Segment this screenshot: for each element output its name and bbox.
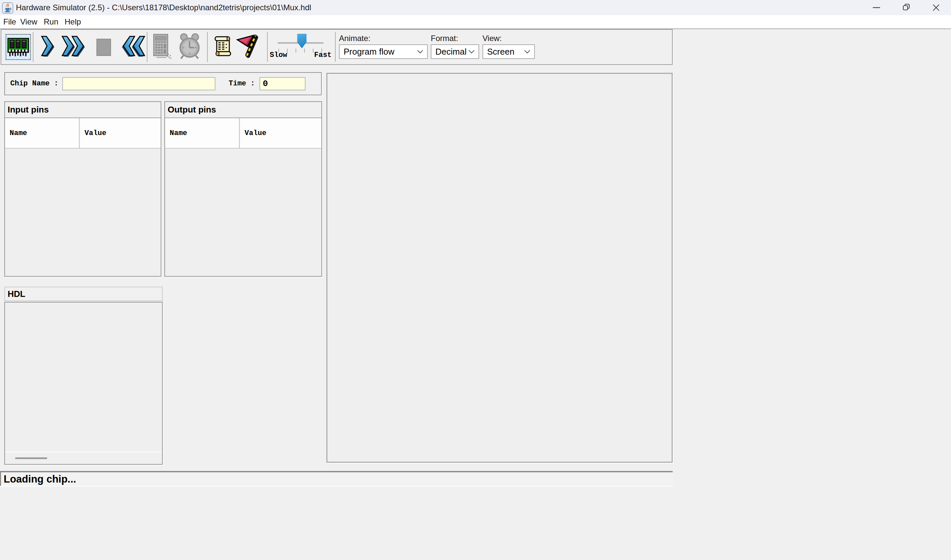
rewind-arrows-icon <box>120 35 147 58</box>
alarm-clock-icon <box>178 32 201 60</box>
menu-view[interactable]: View <box>20 15 37 28</box>
time-value-field: 0 <box>259 77 306 90</box>
run-button[interactable] <box>60 35 86 58</box>
slider-tick <box>313 49 313 52</box>
column-header-name: Name <box>5 118 80 148</box>
minimize-button[interactable] <box>861 0 891 15</box>
calculator-icon <box>153 34 171 60</box>
toolbar-separator <box>335 32 336 62</box>
hdl-scrollbar-track <box>5 452 162 452</box>
column-header-value: Value <box>240 118 321 148</box>
view-label: View: <box>482 34 502 43</box>
hdl-view <box>4 302 163 465</box>
slider-tick <box>296 49 296 52</box>
output-pins-table-header: Name Value <box>165 118 321 149</box>
clock-button[interactable] <box>178 32 201 60</box>
output-pins-table-body <box>165 149 321 276</box>
toolbar-separator <box>267 32 268 62</box>
breakpoint-flag-icon <box>235 34 259 58</box>
script-scroll-icon <box>214 36 233 57</box>
input-pins-table-header: Name Value <box>5 118 161 149</box>
screen-view-panel <box>326 73 673 463</box>
output-pins-title: Output pins <box>165 102 321 118</box>
step-arrow-icon <box>40 35 55 58</box>
chip-name-input[interactable] <box>62 77 215 90</box>
chevron-down-icon <box>468 49 475 54</box>
hardware-simulator-window: Hardware Simulator (2.5) - C:\Users\1817… <box>0 0 951 560</box>
calculator-button[interactable] <box>153 34 171 60</box>
animate-select[interactable]: Program flow <box>339 45 428 59</box>
chevron-down-icon <box>523 49 531 54</box>
toolbar-separator <box>147 32 147 62</box>
hdl-scrollbar-thumb[interactable] <box>15 457 47 459</box>
hdl-panel-title: HDL <box>4 287 163 301</box>
chip-name-label: Chip Name : <box>10 73 58 95</box>
input-pins-table-body <box>5 149 161 276</box>
memory-chip-icon <box>7 36 29 58</box>
menu-file[interactable]: File <box>3 15 16 28</box>
format-value: Decimal <box>435 47 468 57</box>
close-button[interactable] <box>921 0 951 15</box>
menu-help[interactable]: Help <box>65 15 81 28</box>
animate-value: Program flow <box>344 47 417 57</box>
slider-fast-label: Fast <box>314 51 332 59</box>
reset-button[interactable] <box>120 35 147 58</box>
status-message: Loading chip... <box>1 473 76 485</box>
toolbar-separator <box>207 32 208 62</box>
restore-icon <box>902 3 911 12</box>
window-title: Hardware Simulator (2.5) - C:\Users\1817… <box>16 0 311 15</box>
java-coffee-cup-icon <box>2 2 13 14</box>
menu-bar: File View Run Help <box>0 15 951 29</box>
hdl-title-text: HDL <box>8 289 25 299</box>
single-step-button[interactable] <box>40 35 55 58</box>
status-bar: Loading chip... <box>0 471 673 486</box>
format-select[interactable]: Decimal <box>431 45 479 59</box>
input-pins-title: Input pins <box>5 102 161 118</box>
speed-slider-thumb[interactable] <box>297 34 307 48</box>
titlebar: Hardware Simulator (2.5) - C:\Users\1817… <box>0 0 951 15</box>
input-pins-panel: Input pins Name Value <box>4 101 161 277</box>
slider-tick <box>304 49 305 52</box>
view-select[interactable]: Screen <box>482 45 535 59</box>
breakpoints-button[interactable] <box>235 34 259 58</box>
slider-slow-label: Slow <box>270 51 287 59</box>
close-icon <box>931 3 941 12</box>
column-header-name: Name <box>165 118 240 148</box>
column-header-value: Value <box>80 118 161 148</box>
stop-button[interactable] <box>96 38 111 56</box>
load-script-button[interactable] <box>214 36 233 57</box>
load-chip-button[interactable] <box>5 33 32 61</box>
menu-run[interactable]: Run <box>44 15 58 28</box>
output-pins-panel: Output pins Name Value <box>164 101 322 277</box>
format-label: Format: <box>431 34 458 43</box>
minimize-icon <box>872 3 881 12</box>
restore-button[interactable] <box>891 0 921 15</box>
stop-square-icon <box>96 38 111 56</box>
animate-label: Animate: <box>339 34 371 43</box>
toolbar: Slow Fast Animate: Program flow Format: … <box>1 29 673 65</box>
toolbar-separator <box>33 32 34 62</box>
double-arrow-icon <box>60 35 86 58</box>
chip-name-panel: Chip Name : Time : 0 <box>4 72 322 95</box>
time-label: Time : <box>228 73 255 95</box>
chevron-down-icon <box>417 49 424 54</box>
view-value: Screen <box>487 47 523 57</box>
